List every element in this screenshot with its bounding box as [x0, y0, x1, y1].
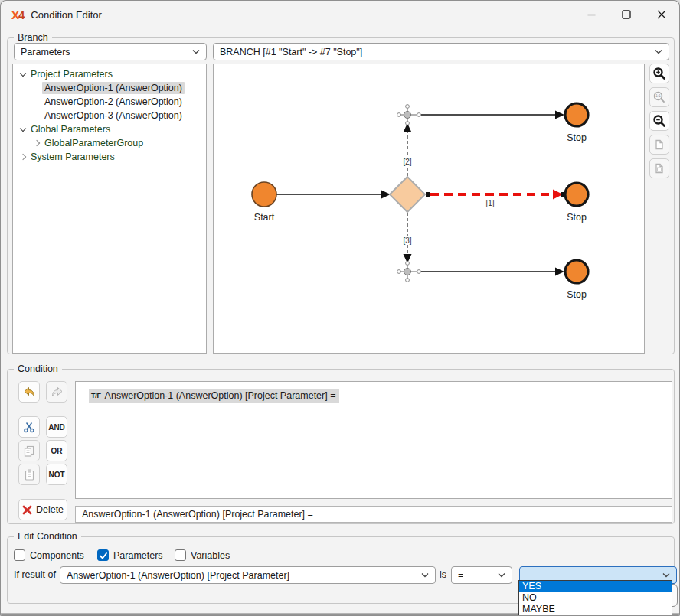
zoom-one-to-one-button[interactable]: 1:1: [649, 87, 669, 107]
close-icon: [657, 10, 666, 19]
flow-diagram-panel[interactable]: [2] [3]: [213, 64, 645, 354]
maximize-button[interactable]: [609, 1, 644, 28]
components-checkbox[interactable]: Components: [14, 549, 84, 561]
tree-item[interactable]: AnswerOption-2 (AnswerOption): [13, 95, 206, 109]
parameters-checkbox[interactable]: Parameters: [97, 549, 163, 561]
condition-editor-window: X4 Condition Editor Branch Parameters BR…: [0, 0, 680, 616]
condition-expression-row[interactable]: T/F AnswerOption-1 (AnswerOption) [Proje…: [89, 389, 339, 403]
redo-icon: [51, 386, 64, 398]
tree-item[interactable]: GlobalParameterGroup: [13, 136, 206, 150]
junction-node: [397, 105, 421, 125]
chevron-down-icon: [658, 572, 670, 578]
tree-item-label: AnswerOption-2 (AnswerOption): [42, 96, 185, 108]
redo-button[interactable]: [46, 381, 67, 403]
close-button[interactable]: [644, 1, 679, 28]
stop-node: [565, 183, 588, 206]
tree-item[interactable]: AnswerOption-1 (AnswerOption): [13, 81, 206, 95]
decision-diamond-node: [390, 177, 425, 212]
chevron-right-icon[interactable]: [31, 141, 42, 145]
chevron-down-icon: [188, 49, 200, 54]
tree-item[interactable]: AnswerOption-3 (AnswerOption): [13, 109, 206, 122]
chevron-down-icon: [493, 572, 505, 578]
fit-page-icon: [653, 139, 665, 151]
delete-button[interactable]: Delete: [18, 499, 67, 520]
minimize-button[interactable]: [574, 1, 609, 28]
dropdown-option[interactable]: YES: [519, 581, 672, 592]
node-label: Stop: [567, 289, 587, 300]
cut-button[interactable]: [18, 416, 40, 438]
value-select-dropdown-list[interactable]: YESNOMAYBE: [518, 580, 672, 616]
or-button[interactable]: OR: [46, 440, 67, 461]
fit-selection-button[interactable]: [649, 158, 669, 178]
tree-item-label: GlobalParameterGroup: [42, 137, 145, 149]
stop-node: [565, 103, 588, 126]
zoom-one-to-one-icon: 1:1: [652, 90, 666, 104]
paste-button[interactable]: [18, 464, 40, 485]
copy-icon: [23, 445, 35, 457]
flow-diagram: [2] [3]: [214, 64, 644, 353]
window-title: Condition Editor: [31, 9, 102, 21]
condition-group: Condition AND OR: [7, 369, 675, 524]
app-logo-icon: X4: [11, 8, 24, 21]
chevron-down-icon: [417, 572, 429, 578]
delete-x-icon: [22, 505, 32, 515]
variables-checkbox[interactable]: Variables: [175, 549, 230, 561]
zoom-out-button[interactable]: [649, 111, 669, 131]
cut-icon: [23, 421, 35, 433]
edge-label: [3]: [403, 236, 411, 245]
window-controls: [574, 1, 679, 28]
node-label: Start: [254, 212, 275, 223]
tree-item-label: Global Parameters: [28, 123, 113, 135]
node-label: Stop: [567, 132, 587, 143]
tree-item[interactable]: System Parameters: [13, 150, 206, 164]
zoom-in-button[interactable]: [649, 64, 669, 83]
fit-page-button[interactable]: [649, 135, 669, 155]
edit-condition-group-label: Edit Condition: [14, 530, 81, 543]
zoom-toolbar: 1:1: [649, 64, 669, 182]
tree-item[interactable]: Project Parameters: [13, 67, 206, 81]
operator-select[interactable]: =: [451, 566, 512, 584]
branch-group: Branch Parameters BRANCH [#1 "Start" -> …: [7, 37, 675, 354]
dropdown-option[interactable]: NO: [519, 592, 672, 604]
chevron-right-icon[interactable]: [18, 155, 28, 159]
svg-text:1:1: 1:1: [655, 94, 661, 98]
title-bar: X4 Condition Editor: [1, 1, 679, 28]
branch-select[interactable]: BRANCH [#1 "Start" -> #7 "Stop"]: [213, 43, 669, 60]
fit-selection-icon: [653, 162, 665, 174]
minimize-icon: [587, 11, 596, 19]
copy-button[interactable]: [18, 440, 40, 461]
paste-icon: [23, 468, 35, 481]
node-label: Stop: [567, 212, 587, 223]
checkbox-box[interactable]: [14, 549, 25, 561]
chevron-down-icon[interactable]: [18, 129, 28, 131]
arrowhead-icon: [555, 111, 564, 119]
parameters-source-select[interactable]: Parameters: [14, 43, 207, 60]
checkmark-icon: [99, 551, 108, 560]
condition-expression-text: AnswerOption-1 (AnswerOption) [Project P…: [105, 390, 336, 401]
condition-group-label: Condition: [14, 363, 62, 376]
not-button[interactable]: NOT: [46, 464, 67, 485]
true-false-badge: T/F: [91, 392, 101, 399]
zoom-out-icon: [652, 114, 666, 128]
chevron-down-icon[interactable]: [18, 73, 28, 76]
junction-node: [397, 262, 421, 282]
parameter-tree[interactable]: Project ParametersAnswerOption-1 (Answer…: [12, 64, 207, 354]
start-node: [252, 182, 276, 207]
checkbox-box[interactable]: [97, 549, 109, 561]
edge-label: [1]: [485, 199, 494, 207]
zoom-in-icon: [652, 67, 666, 80]
condition-summary-field: AnswerOption-1 (AnswerOption) [Project P…: [75, 506, 672, 523]
tree-item[interactable]: Global Parameters: [13, 122, 206, 136]
if-result-of-label: If result of: [14, 566, 56, 584]
undo-button[interactable]: [18, 381, 40, 403]
and-button[interactable]: AND: [46, 416, 67, 438]
stop-node: [565, 260, 588, 283]
condition-expression-list[interactable]: T/F AnswerOption-1 (AnswerOption) [Proje…: [75, 381, 672, 499]
dropdown-option[interactable]: MAYBE: [519, 604, 672, 615]
chevron-down-icon: [650, 49, 662, 54]
arrowhead-icon: [555, 268, 564, 276]
checkbox-box[interactable]: [175, 549, 186, 561]
tree-item-label: Project Parameters: [28, 68, 115, 80]
result-parameter-select[interactable]: AnswerOption-1 (AnswerOption) [Project P…: [60, 566, 436, 584]
edge-label: [2]: [403, 158, 411, 166]
